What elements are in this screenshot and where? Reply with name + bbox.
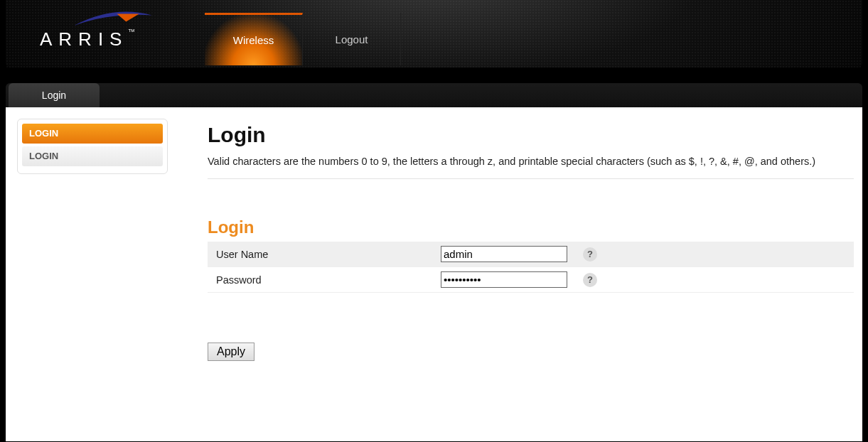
sidebar-item-login[interactable]: LOGIN <box>22 124 163 144</box>
password-label: Password <box>208 267 435 293</box>
brand-name: ARRISTM <box>40 28 161 50</box>
help-icon[interactable]: ? <box>583 273 597 287</box>
sub-nav-tab-login-label: Login <box>42 90 66 101</box>
username-input[interactable] <box>441 246 567 262</box>
apply-button[interactable]: Apply <box>208 343 254 361</box>
brand-tm: TM <box>128 28 134 33</box>
page-description: Valid characters are the numbers 0 to 9,… <box>208 156 854 167</box>
top-header: ARRISTM Wireless Logout <box>6 0 862 68</box>
sidebar-item-label: LOGIN <box>29 128 58 139</box>
divider <box>208 178 854 179</box>
arris-swoosh-icon <box>74 9 152 28</box>
nav-tab-wireless[interactable]: Wireless <box>205 13 303 65</box>
sidebar-box: LOGIN LOGIN <box>17 119 168 174</box>
nav-tab-wireless-label: Wireless <box>233 34 274 46</box>
nav-tab-logout[interactable]: Logout <box>303 13 401 65</box>
sidebar-item-label: LOGIN <box>29 151 58 161</box>
page-title: Login <box>208 123 854 147</box>
content-area: LOGIN LOGIN Login Valid characters are t… <box>6 107 862 441</box>
form-row-password: Password ? <box>208 267 854 293</box>
section-title: Login <box>208 217 854 237</box>
help-icon[interactable]: ? <box>583 247 597 262</box>
sub-nav: Login <box>6 83 862 107</box>
sub-nav-tab-login[interactable]: Login <box>9 83 100 107</box>
sidebar-item-login-sub[interactable]: LOGIN <box>22 146 163 166</box>
nav-tab-logout-label: Logout <box>336 33 368 45</box>
primary-nav: Wireless Logout <box>205 13 401 65</box>
sidebar: LOGIN LOGIN <box>6 107 173 441</box>
username-label: User Name <box>208 242 435 267</box>
login-form-table: User Name ? Password ? <box>208 242 854 293</box>
brand-logo: ARRISTM <box>40 9 161 51</box>
brand-name-text: ARRIS <box>40 28 128 50</box>
password-input[interactable] <box>441 271 567 288</box>
form-row-username: User Name ? <box>208 242 854 267</box>
main-panel: Login Valid characters are the numbers 0… <box>173 107 862 441</box>
